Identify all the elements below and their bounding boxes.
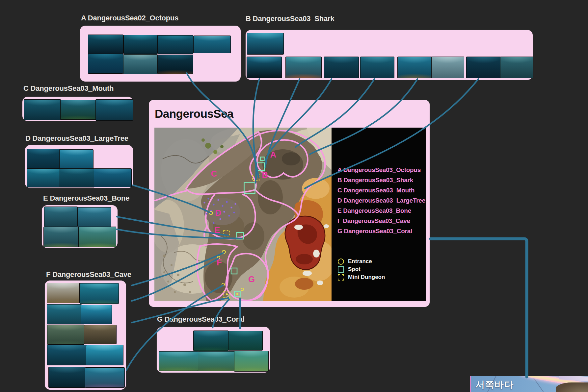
screenshot-thumbnail[interactable]: [59, 149, 94, 169]
spot-legend-label: Spot: [348, 266, 361, 273]
screenshot-thumbnail[interactable]: [80, 283, 119, 304]
mini-legend-label: Mini Dungeon: [348, 274, 385, 281]
board-title: DangerousSea: [155, 107, 233, 120]
screenshot-thumbnail[interactable]: [27, 149, 60, 169]
screenshot-thumbnail[interactable]: [47, 304, 82, 324]
screenshot-thumbnail[interactable]: [60, 100, 96, 120]
screenshot-thumbnail[interactable]: [500, 57, 533, 78]
dangerous-sea-board-panel[interactable]: DangerousSea: [149, 100, 430, 307]
screenshot-thumbnail[interactable]: [88, 35, 123, 54]
screenshot-thumbnail[interactable]: [44, 207, 78, 227]
screenshot-thumbnail[interactable]: [397, 57, 432, 78]
dangerous-sea-map[interactable]: ABCDEFG A DangerousSea03_OctopusB Danger…: [154, 128, 426, 301]
spot-legend-symbol: [338, 266, 344, 273]
panel-label-e: E DangerousSea03_Bone: [43, 194, 129, 203]
mini-legend-symbol: [338, 274, 344, 281]
west-sea-map-fragment[interactable]: 서쪽바다: [470, 376, 588, 392]
legend-item: D DangerousSea03_LargeTree: [337, 197, 425, 204]
screenshot-thumbnail[interactable]: [48, 367, 85, 388]
screenshot-thumbnail[interactable]: [193, 36, 231, 53]
screenshot-thumbnail[interactable]: [247, 57, 282, 78]
screenshot-thumbnail[interactable]: [193, 331, 228, 351]
screenshot-thumbnail[interactable]: [27, 168, 60, 187]
legend-item: C DangerousSea03_Mouth: [337, 187, 414, 194]
entrance-legend-label: Entrance: [348, 258, 372, 265]
legend-item: G DangerousSea03_Coral: [337, 228, 412, 235]
screenshot-thumbnail[interactable]: [84, 325, 117, 344]
screenshot-thumbnail[interactable]: [360, 57, 394, 78]
screenshot-thumbnail[interactable]: [88, 54, 123, 74]
screenshot-thumbnail[interactable]: [47, 345, 86, 365]
screenshot-thumbnail[interactable]: [43, 227, 79, 247]
screenshot-thumbnail[interactable]: [78, 227, 116, 247]
screenshot-thumbnail[interactable]: [158, 55, 193, 74]
screenshot-thumbnail[interactable]: [60, 168, 94, 187]
legend-item: F DangerousSea03_Cave: [337, 217, 410, 225]
panel-label-a: A DangerousSea02_Octopus: [81, 14, 178, 22]
panel-label-g: G DangerousSea03_Coral: [157, 315, 245, 324]
legend-item: E DangerousSea03_Bone: [337, 207, 411, 214]
screenshot-thumbnail[interactable]: [234, 351, 269, 372]
screenshot-thumbnail[interactable]: [85, 367, 125, 388]
screenshot-thumbnail[interactable]: [95, 99, 133, 121]
screenshot-thumbnail[interactable]: [123, 35, 158, 54]
screenshot-thumbnail[interactable]: [47, 283, 80, 303]
screenshot-thumbnail[interactable]: [47, 325, 84, 345]
screenshot-thumbnail[interactable]: [24, 99, 61, 120]
screenshot-thumbnail[interactable]: [159, 351, 198, 371]
panel-label-d: D DangerousSea03_LargeTree: [25, 134, 128, 143]
screenshot-thumbnail[interactable]: [431, 57, 464, 78]
map-legend: A DangerousSea03_OctopusB DangerousSea03…: [154, 128, 426, 301]
screenshot-thumbnail[interactable]: [123, 54, 158, 74]
screenshot-thumbnail[interactable]: [247, 33, 284, 55]
panel-label-c: C DangerousSea03_Mouth: [23, 84, 114, 93]
legend-item: B DangerousSea03_Shark: [337, 177, 413, 184]
screenshot-thumbnail[interactable]: [228, 331, 263, 351]
west-sea-label: 서쪽바다: [475, 379, 514, 391]
screenshot-thumbnail[interactable]: [466, 57, 501, 78]
west-sea-link-line: [431, 239, 527, 377]
screenshot-thumbnail[interactable]: [86, 345, 123, 365]
screenshot-thumbnail[interactable]: [324, 57, 359, 78]
panel-label-b: B DangerousSea03_Shark: [246, 14, 334, 23]
entrance-legend-symbol: [338, 258, 344, 265]
panel-label-f: F DangerousSea03_Cave: [46, 270, 131, 279]
legend-item: A DangerousSea03_Octopus: [337, 166, 421, 174]
screenshot-thumbnail[interactable]: [285, 57, 322, 78]
screenshot-thumbnail[interactable]: [77, 207, 111, 227]
screenshot-thumbnail[interactable]: [94, 168, 132, 187]
screenshot-thumbnail[interactable]: [81, 305, 112, 324]
land-mass: [556, 382, 588, 392]
screenshot-thumbnail[interactable]: [158, 35, 193, 54]
screenshot-thumbnail[interactable]: [198, 351, 234, 371]
